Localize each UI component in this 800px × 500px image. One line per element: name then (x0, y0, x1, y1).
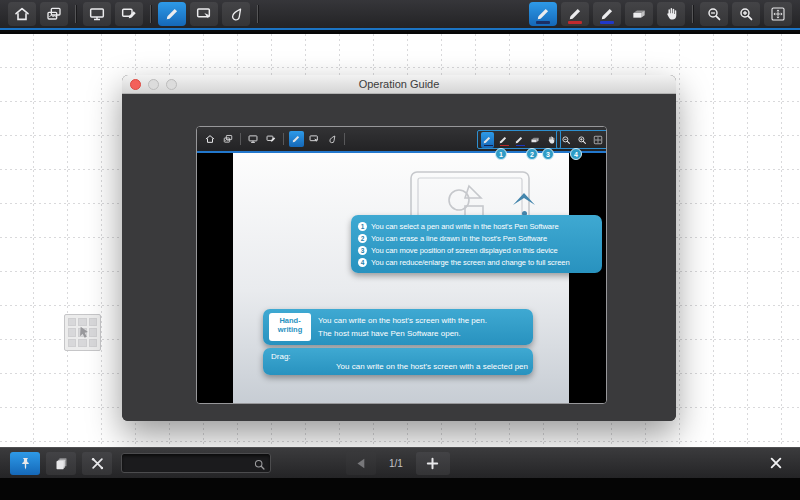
eraser-block-button[interactable] (625, 2, 653, 26)
separator (150, 5, 151, 23)
tools-button[interactable] (82, 452, 112, 475)
zoom-in-icon (576, 132, 589, 148)
screen-pen-icon (264, 131, 279, 147)
arrow-up-icon (511, 189, 537, 207)
guide-zoom-group (556, 130, 607, 149)
screen-annotate-button[interactable] (115, 2, 143, 26)
handwriting-text: You can write on the host's screen with … (318, 314, 487, 340)
search-box (121, 453, 271, 473)
window-body: 1 2 3 4 (122, 94, 676, 421)
zoom-out-icon (706, 6, 722, 22)
steps-callout: 1You can select a pen and write in the h… (351, 215, 602, 273)
drag-callout: Drag: You can write on the host's screen… (263, 348, 533, 375)
guide-screenshot: 1 2 3 4 (196, 126, 607, 404)
step-item: 1You can select a pen and write in the h… (358, 220, 595, 232)
pen-icon (535, 6, 551, 22)
badge-1: 1 (495, 148, 507, 160)
screen-icon (246, 131, 261, 147)
eraser-icon (529, 132, 542, 148)
gallery-icon (46, 6, 62, 22)
handwriting-label: Hand- writing (269, 313, 311, 341)
bottom-toolbar: 1/1 (0, 447, 800, 478)
search-icon (253, 458, 266, 471)
previous-page-button[interactable] (346, 452, 376, 475)
pen-icon (599, 6, 615, 22)
separator (257, 5, 258, 23)
bottom-strip (0, 478, 800, 500)
gallery-icon (221, 131, 236, 147)
pen-color-swatch (600, 21, 614, 24)
operation-guide-window: Operation Guide (122, 75, 676, 421)
pen-icon (481, 132, 494, 148)
eraser-drop-icon (228, 6, 244, 22)
select-area-button[interactable] (190, 2, 218, 26)
badge-3: 3 (542, 148, 554, 160)
drag-label: Drag: (271, 352, 291, 361)
pen-software-app: Operation Guide (0, 0, 800, 500)
top-toolbar (0, 0, 800, 30)
fit-screen-icon (592, 132, 605, 148)
step-item: 4You can reduce/enlarge the screen and c… (358, 256, 595, 268)
pin-button[interactable] (10, 452, 40, 475)
cursor-icon (76, 324, 92, 340)
layers-button[interactable] (46, 452, 76, 475)
pen-color-swatch (536, 21, 550, 24)
step-item: 3You can move position of screen display… (358, 244, 595, 256)
layers-icon (54, 456, 69, 471)
zoom-out-icon (560, 132, 573, 148)
separator (75, 5, 76, 23)
select-area-icon (307, 131, 322, 147)
pen-icon (289, 131, 304, 147)
window-title: Operation Guide (122, 78, 676, 90)
home-icon (14, 6, 30, 22)
screen-pen-icon (121, 6, 137, 22)
pen-red-button[interactable] (561, 2, 589, 26)
page-indicator: 1/1 (389, 458, 403, 469)
zoom-in-button[interactable] (732, 2, 760, 26)
home-button[interactable] (8, 2, 36, 26)
screen-icon (89, 6, 105, 22)
fit-screen-button[interactable] (764, 2, 792, 26)
select-area-icon (196, 6, 212, 22)
page-navigator-widget[interactable] (64, 314, 101, 351)
zoom-in-icon (738, 6, 754, 22)
guide-screen-area: 1You can select a pen and write in the h… (197, 153, 606, 403)
separator (692, 5, 693, 23)
pin-icon (18, 456, 33, 471)
plus-icon (425, 456, 440, 471)
window-titlebar[interactable]: Operation Guide (122, 75, 676, 94)
close-toolbar-button[interactable] (759, 451, 793, 475)
badge-2: 2 (526, 148, 538, 160)
eraser-drop-button[interactable] (222, 2, 250, 26)
handwriting-callout: Hand- writing You can write on the host'… (263, 309, 533, 345)
guide-pen-group (477, 130, 561, 149)
pen-icon (567, 6, 583, 22)
fit-screen-icon (770, 6, 786, 22)
screen-share-button[interactable] (83, 2, 111, 26)
previous-icon (354, 456, 369, 471)
pen-icon (513, 132, 526, 148)
pen-color-swatch (568, 21, 582, 24)
step-item: 2You can erase a line drawn in the host'… (358, 232, 595, 244)
drag-text: You can write on the host's screen with … (336, 362, 528, 371)
home-icon (203, 131, 218, 147)
search-input[interactable] (122, 454, 270, 472)
gallery-button[interactable] (40, 2, 68, 26)
hand-icon (663, 6, 679, 22)
pen-icon (497, 132, 510, 148)
eraser-drop-icon (325, 131, 340, 147)
pen-tool-button[interactable] (158, 2, 186, 26)
pen-icon (164, 6, 180, 22)
close-icon (768, 455, 784, 471)
pen-blue-button[interactable] (593, 2, 621, 26)
badge-4: 4 (570, 148, 582, 160)
zoom-out-button[interactable] (700, 2, 728, 26)
add-page-button[interactable] (416, 452, 450, 475)
pen-black-button[interactable] (529, 2, 557, 26)
hand-pan-button[interactable] (657, 2, 685, 26)
eraser-icon (631, 6, 647, 22)
tools-icon (90, 456, 105, 471)
